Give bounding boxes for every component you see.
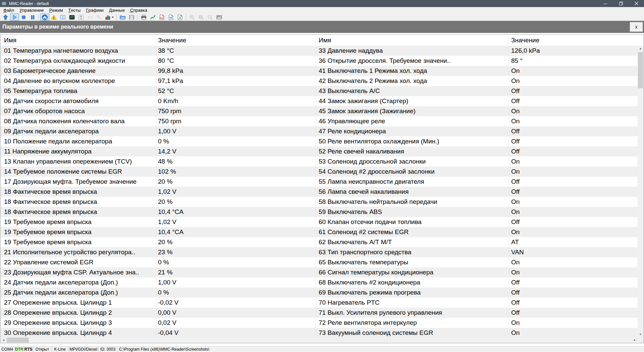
- export-chart-button[interactable]: [148, 13, 157, 21]
- toolbar-separator: [116, 14, 117, 20]
- table-row[interactable]: 29 Опережение впрыска. Цилиндр 30,02 V72…: [1, 318, 643, 328]
- vertical-scrollbar[interactable]: ▲ ▼: [638, 46, 643, 337]
- table-row[interactable]: 18 Фактическое время впрыска20 %58 Выклю…: [1, 197, 643, 207]
- toolbar: EBF0TT▼PDFWX: [0, 13, 644, 21]
- menu-item-tests[interactable]: Тесты: [65, 7, 83, 13]
- scroll-up-button[interactable]: ▲: [638, 46, 643, 51]
- table-row[interactable]: 06 Датчик скорости автомобиля0 Km/h44 За…: [1, 96, 643, 106]
- menu-item-graphs[interactable]: Графики: [83, 7, 106, 13]
- status-field-0: COM4: [0, 347, 15, 352]
- table-row[interactable]: 30 Опережение впрыска. Цилиндр 4-0,04 V7…: [1, 328, 643, 338]
- table-row[interactable]: 21 Исполнительное устройство регулятора.…: [1, 247, 643, 257]
- table-row[interactable]: 04 Давление во впускном коллекторе97,1 k…: [1, 76, 643, 86]
- table-row[interactable]: 19 Требуемое время впрыска10,4 °CA61 Сол…: [1, 227, 643, 237]
- table-row[interactable]: 19 Требуемое время впрыска20 %62 Выключа…: [1, 237, 643, 247]
- reference-book-button[interactable]: [58, 13, 67, 21]
- param-value-cell: 99,8 kPa: [156, 66, 316, 76]
- table-row[interactable]: 22 Управление системой EGR0 %65 Выключат…: [1, 257, 643, 267]
- param-name-cell: 53 Соленоид дроссельной заслонки: [316, 157, 509, 167]
- pause-button[interactable]: [28, 13, 37, 21]
- param-name-cell: 45 Замок зажигания (Зажигание): [316, 106, 509, 116]
- param-value-cell: 1,00 V: [156, 126, 316, 136]
- menu-item-data[interactable]: Данные: [106, 7, 127, 13]
- export-pdf-button[interactable]: PDF: [157, 13, 166, 21]
- column-header-name-left[interactable]: Имя: [1, 37, 156, 44]
- horizontal-scrollbar[interactable]: ◄ ►: [1, 337, 638, 343]
- table-row[interactable]: 01 Температура нагнетаемого воздуха38 °C…: [1, 46, 643, 56]
- param-name-cell: 22 Управление системой EGR: [1, 257, 156, 267]
- minimize-button[interactable]: [598, 0, 613, 7]
- param-value-cell: 750 rpm: [156, 116, 316, 126]
- param-name-cell: 66 Сигнал температуры кондиционера: [316, 267, 509, 277]
- close-button[interactable]: [629, 0, 644, 7]
- horizontal-scroll-thumb[interactable]: [7, 338, 29, 343]
- column-header-name-right[interactable]: Имя: [316, 37, 509, 44]
- vertical-scroll-thumb[interactable]: [638, 52, 643, 88]
- table-row[interactable]: 13 Клапан управления опережением (TCV)48…: [1, 157, 643, 167]
- param-value-cell: Off: [509, 177, 643, 187]
- column-header-value-right[interactable]: Значение: [509, 37, 643, 44]
- param-value-cell: On: [509, 197, 643, 207]
- zoom-out-icon: [207, 14, 213, 20]
- restore-button[interactable]: [613, 0, 629, 7]
- chart-view-button[interactable]: ▼: [104, 13, 115, 21]
- export-word-button[interactable]: W: [166, 13, 175, 21]
- table-row[interactable]: 18 Фактическое время впрыска10,4 °CA59 В…: [1, 207, 643, 217]
- table-row[interactable]: 05 Температура топлива52 °C43 Выключател…: [1, 86, 643, 96]
- start-button[interactable]: [10, 13, 19, 21]
- table-row[interactable]: 24 Датчик педали акселератора (Доп.)1,00…: [1, 277, 643, 288]
- text-mode-button: TT: [86, 13, 95, 21]
- panel-close-button[interactable]: x: [630, 22, 643, 32]
- dtc-errors-button[interactable]: [49, 13, 58, 21]
- param-name-cell: 19 Требуемое время впрыска: [1, 217, 156, 227]
- param-name-cell: 54 Соленоид #2 дроссельной заслонки: [316, 167, 509, 177]
- column-header-value-left[interactable]: Значение: [156, 37, 316, 44]
- menu-item-file[interactable]: Файл: [1, 7, 17, 13]
- param-name-cell: 43 Выключатель A/C: [316, 86, 509, 96]
- scroll-left-button[interactable]: ◄: [1, 337, 6, 343]
- table-row[interactable]: 25 Датчик педали акселератора (Доп.)0 %6…: [1, 288, 643, 298]
- table-row[interactable]: 23 Дозирующая муфта CSP. Актуальное зна.…: [1, 267, 643, 277]
- export-excel-button[interactable]: X: [175, 13, 184, 21]
- oscilloscope-button[interactable]: [67, 13, 76, 21]
- table-row[interactable]: 10 Положение педали акселератора0 %50 Ре…: [1, 136, 643, 146]
- table-row[interactable]: 08 Датчика положения коленчатого вала750…: [1, 116, 643, 126]
- param-value-cell: Off: [509, 96, 643, 106]
- status-field-7: C:\Program Files (x86)\MMC-Reader\Screen…: [117, 347, 644, 352]
- param-value-cell: 10,4 °CA: [156, 207, 316, 217]
- param-name-cell: 05 Температура топлива: [1, 86, 156, 96]
- menu-item-help[interactable]: Справка: [127, 7, 150, 13]
- scroll-right-button[interactable]: ►: [632, 337, 638, 343]
- save-file-button[interactable]: [127, 13, 136, 21]
- table-row[interactable]: 03 Барометрическое давление99,8 kPa41 Вы…: [1, 66, 643, 76]
- table-row[interactable]: 09 Датчик педали акселератора1,00 V47 Ре…: [1, 126, 643, 136]
- table-row[interactable]: 19 Требуемое время впрыска1,02 V60 Клапа…: [1, 217, 643, 227]
- param-name-cell: 21 Исполнительное устройство регулятора.…: [1, 247, 156, 257]
- table-row[interactable]: 27 Опережение впрыска. Цилиндр 1-0,02 V7…: [1, 298, 643, 308]
- table-row[interactable]: 11 Напряжение аккумулятора14,2 V52 Реле …: [1, 146, 643, 157]
- param-name-cell: 44 Замок зажигания (Стартер): [316, 96, 509, 106]
- print-button[interactable]: [139, 13, 148, 21]
- param-value-cell: 20 %: [156, 237, 316, 247]
- table-row[interactable]: 02 Температура охлаждающей жидкости80 °C…: [1, 56, 643, 66]
- home-button[interactable]: [40, 13, 49, 21]
- hex-codes-button[interactable]: EBF0: [76, 13, 86, 21]
- table-row[interactable]: 14 Требуемое положение системы EGR102 %5…: [1, 167, 643, 177]
- open-file-button[interactable]: [118, 13, 127, 21]
- menu-item-mode[interactable]: Режим: [47, 7, 66, 13]
- table-row[interactable]: 28 Опережение впрыска. Цилиндр 20,00 V71…: [1, 308, 643, 318]
- toolbar-separator: [138, 14, 138, 20]
- move-up-button[interactable]: [1, 13, 10, 21]
- param-name-cell: 58 Выключатель нейтральной передачи: [316, 197, 509, 207]
- table-row[interactable]: 18 Фактическое время впрыска1,02 V56 Лам…: [1, 187, 643, 197]
- table-row[interactable]: 17 Дозирующая муфта. Требуемое значение2…: [1, 177, 643, 187]
- menu-item-control[interactable]: Управление: [17, 7, 47, 13]
- table-row[interactable]: 07 Датчик оборотов насоса750 rpm45 Замок…: [1, 106, 643, 116]
- param-name-cell: 30 Опережение впрыска. Цилиндр 4: [1, 328, 156, 338]
- zoom-in-button: [187, 13, 197, 21]
- param-value-cell: On: [509, 66, 643, 76]
- scroll-down-button[interactable]: ▼: [638, 332, 643, 337]
- title-bar: MMC-Reader - default: [0, 0, 644, 7]
- stop-button[interactable]: [19, 13, 28, 21]
- param-value-cell: 1,00 V: [156, 277, 316, 288]
